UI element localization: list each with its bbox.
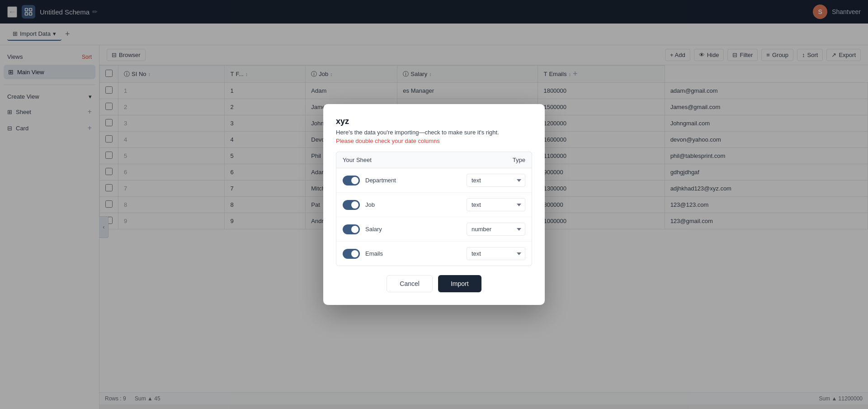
field-row: Job textnumberdateemailurl bbox=[336, 193, 532, 217]
field-type-select[interactable]: textnumberdateemailurl bbox=[467, 247, 525, 260]
modal-footer: Cancel Import bbox=[336, 275, 532, 292]
field-type-select[interactable]: textnumberdateemailurl bbox=[467, 174, 525, 187]
field-name-label: Emails bbox=[365, 250, 461, 257]
field-name-label: Department bbox=[365, 177, 461, 184]
import-modal: xyz Here's the data you're importing—che… bbox=[323, 104, 545, 305]
modal-title: xyz bbox=[336, 117, 532, 126]
type-col-header: Type bbox=[513, 157, 525, 163]
cancel-button[interactable]: Cancel bbox=[387, 275, 433, 292]
modal-warning: Please double check your date columns bbox=[336, 138, 532, 144]
field-toggle[interactable] bbox=[343, 249, 360, 259]
field-type-select[interactable]: textnumberdateemailurl bbox=[467, 223, 525, 236]
field-toggle[interactable] bbox=[343, 224, 360, 234]
field-toggle[interactable] bbox=[343, 176, 360, 185]
field-row: Department textnumberdateemailurl bbox=[336, 168, 532, 193]
sheet-col-header: Your Sheet bbox=[343, 157, 372, 163]
field-type-select[interactable]: textnumberdateemailurl bbox=[467, 198, 525, 211]
modal-table-header: Your Sheet Type bbox=[336, 152, 532, 168]
import-button[interactable]: Import bbox=[438, 275, 481, 292]
modal-fields-list[interactable]: Department textnumberdateemailurl Job te… bbox=[336, 168, 532, 266]
modal-description: Here's the data you're importing—check t… bbox=[336, 129, 532, 136]
field-row: Salary textnumberdateemailurl bbox=[336, 217, 532, 242]
field-row: Emails textnumberdateemailurl bbox=[336, 242, 532, 266]
field-name-label: Job bbox=[365, 201, 461, 208]
field-name-label: Salary bbox=[365, 226, 461, 233]
field-toggle[interactable] bbox=[343, 200, 360, 210]
